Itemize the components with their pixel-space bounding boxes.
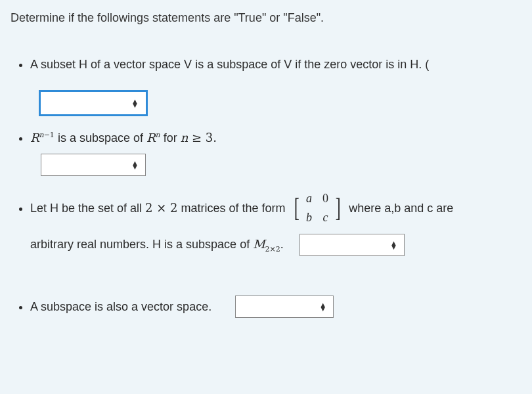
q2-exp-minus1: −1 bbox=[44, 131, 55, 139]
updown-icon bbox=[131, 99, 139, 107]
question-list: A subset H of a vector space V is a subs… bbox=[11, 56, 521, 318]
q2-mid: is a subspace of bbox=[55, 131, 146, 144]
q4-answer-select[interactable] bbox=[235, 296, 334, 318]
q3-dim: 2 × 2 bbox=[145, 201, 177, 215]
q3-line2: arbitrary real numbers. H is a subspace … bbox=[30, 235, 284, 255]
q2-R1: R bbox=[30, 131, 39, 144]
q3-t1b: matrices of the form bbox=[178, 202, 286, 215]
q3-Msub: 2×2 bbox=[265, 245, 280, 253]
question-3: Let H be the set of all 2 × 2 matrices o… bbox=[30, 189, 521, 256]
updown-icon bbox=[319, 303, 326, 311]
matrix-a: a bbox=[301, 189, 317, 208]
lbracket-icon: [ bbox=[294, 195, 299, 221]
question-4: A subspace is also a vector space. bbox=[30, 296, 521, 318]
q3-line1: Let H be the set of all 2 × 2 matrices o… bbox=[30, 199, 286, 217]
q1-answer-select[interactable] bbox=[41, 92, 146, 114]
q3-t2a: arbitrary real numbers. H is a subspace … bbox=[30, 238, 253, 251]
matrix-display: [ a 0 b c ] bbox=[292, 189, 343, 227]
matrix-body: a 0 b c bbox=[301, 189, 334, 227]
updown-icon bbox=[131, 161, 139, 169]
q3-t1a: Let H be the set of all bbox=[30, 202, 145, 215]
q2-geq: ≥ 3. bbox=[188, 131, 217, 144]
q2-text: Rn−1 is a subspace of Rn for n ≥ 3. bbox=[30, 131, 217, 144]
q3-dot: . bbox=[280, 238, 284, 251]
q3-M: M bbox=[253, 237, 265, 251]
matrix-b: b bbox=[301, 208, 317, 227]
instruction-text: Determine if the followings statements a… bbox=[11, 9, 521, 27]
matrix-0: 0 bbox=[317, 189, 334, 208]
q2-answer-select[interactable] bbox=[41, 154, 146, 176]
question-2: Rn−1 is a subspace of Rn for n ≥ 3. bbox=[30, 129, 521, 176]
q4-text: A subspace is also a vector space. bbox=[30, 298, 211, 316]
q3-t1c: where a,b and c are bbox=[349, 200, 453, 217]
q2-for: for bbox=[160, 131, 181, 144]
rbracket-icon: ] bbox=[336, 195, 341, 221]
q2-exp2: n bbox=[156, 131, 160, 139]
q2-R2: R bbox=[146, 131, 156, 144]
matrix-c: c bbox=[317, 208, 334, 227]
q2-nvar: n bbox=[181, 131, 188, 144]
q1-text: A subset H of a vector space V is a subs… bbox=[30, 58, 429, 71]
question-page: Determine if the followings statements a… bbox=[0, 0, 532, 341]
q2-exp-n: n bbox=[39, 131, 44, 139]
q3-answer-select[interactable] bbox=[299, 234, 405, 256]
updown-icon bbox=[390, 241, 397, 249]
question-1: A subset H of a vector space V is a subs… bbox=[30, 56, 521, 114]
